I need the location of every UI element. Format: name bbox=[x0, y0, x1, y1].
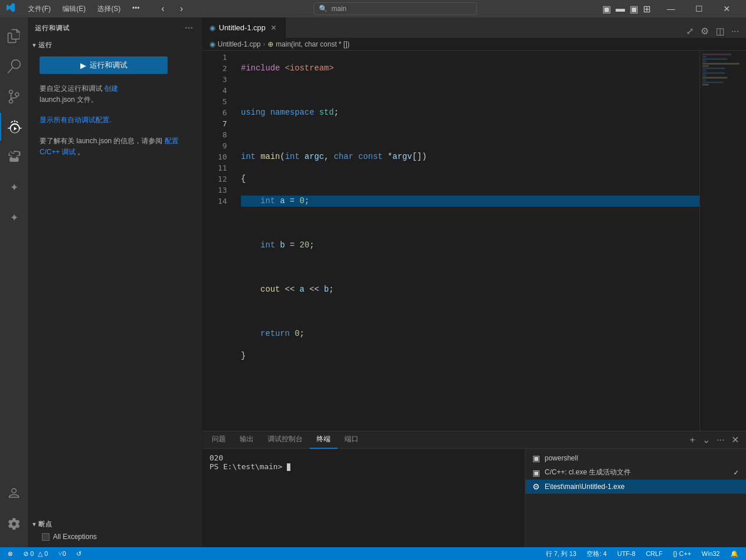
close-button[interactable]: ✕ bbox=[713, 0, 740, 17]
breakpoints-chevron: ▾ bbox=[33, 521, 36, 527]
panel-tabs: 问题 输出 调试控制台 终端 端口 + ⌄ ··· ✕ bbox=[203, 431, 746, 449]
panel-tab-ports[interactable]: 端口 bbox=[338, 431, 365, 449]
activity-run-debug[interactable] bbox=[0, 113, 28, 141]
split-editor-icon[interactable]: ⤢ bbox=[684, 24, 696, 38]
panel-more-button[interactable]: ··· bbox=[715, 434, 727, 446]
activity-copilot2[interactable]: ✦ bbox=[0, 204, 28, 232]
activity-bar-top: ✦ ✦ bbox=[0, 22, 28, 477]
status-language[interactable]: {} C++ bbox=[670, 547, 694, 560]
menu-file[interactable]: 文件(F) bbox=[23, 3, 55, 15]
new-terminal-button[interactable]: + bbox=[687, 434, 697, 446]
status-remote[interactable]: ⊗ bbox=[5, 547, 16, 560]
editor-settings-icon[interactable]: ⚙ bbox=[698, 24, 711, 38]
notification-icon: 🔔 bbox=[730, 550, 738, 558]
nav-buttons: ‹ › bbox=[156, 2, 189, 16]
menu-bar: 文件(F) 编辑(E) 选择(S) ••• bbox=[23, 3, 144, 15]
status-sync[interactable]: ↺ bbox=[73, 547, 84, 560]
run-section-label: 运行 bbox=[38, 41, 52, 49]
maximize-button[interactable]: ☐ bbox=[685, 0, 712, 17]
menu-edit[interactable]: 编辑(E) bbox=[58, 3, 90, 15]
activity-copilot[interactable]: ✦ bbox=[0, 173, 28, 201]
status-line-ending[interactable]: CRLF bbox=[643, 547, 666, 560]
line-numbers: 12345 678910 11121314 bbox=[203, 51, 232, 431]
show-auto-debug-link[interactable]: 显示所有自动调试配置. bbox=[40, 116, 111, 124]
sidebar-more-button[interactable]: ··· bbox=[183, 22, 195, 34]
menu-more[interactable]: ••• bbox=[127, 3, 144, 15]
activity-explorer[interactable] bbox=[0, 22, 28, 50]
terminal-session-check: ✓ bbox=[733, 469, 739, 477]
terminal-prompt-line: PS E:\test\main> bbox=[209, 462, 518, 471]
status-error-count: ⊘ 0 △ 0 bbox=[23, 550, 48, 558]
minimap bbox=[699, 51, 746, 431]
menu-select[interactable]: 选择(S) bbox=[93, 3, 125, 15]
sidebar-header-actions: ··· bbox=[183, 22, 195, 34]
breakpoints-section: ▾ 断点 All Exceptions bbox=[28, 518, 202, 547]
run-debug-button[interactable]: ▶ 运行和调试 bbox=[40, 56, 168, 74]
status-notifications[interactable]: 🔔 bbox=[727, 547, 741, 560]
breakpoint-checkbox[interactable] bbox=[42, 533, 49, 541]
search-box[interactable]: 🔍 main bbox=[314, 2, 477, 15]
terminal-sessions-panel: ▣ powershell ▣ C/C++: cl.exe 生成活动文件 ✓ ⚙ … bbox=[525, 449, 746, 547]
terminal-split-button[interactable]: ⌄ bbox=[700, 433, 712, 446]
terminal-session-icon-2: ▣ bbox=[532, 468, 540, 477]
layout-sidebar-icon[interactable]: ▣ bbox=[602, 3, 611, 15]
status-git[interactable]: ⑂ 0 bbox=[55, 547, 69, 560]
terminal-session-powershell[interactable]: ▣ powershell bbox=[525, 451, 746, 465]
status-spaces[interactable]: 空格: 4 bbox=[584, 547, 609, 560]
terminal-session-cl[interactable]: ▣ C/C++: cl.exe 生成活动文件 ✓ bbox=[525, 465, 746, 480]
forward-button[interactable]: › bbox=[175, 2, 189, 16]
activity-accounts[interactable] bbox=[0, 480, 28, 508]
editor-more-icon[interactable]: ··· bbox=[729, 25, 741, 38]
panel-tab-debug-console[interactable]: 调试控制台 bbox=[261, 431, 310, 449]
activity-extensions[interactable] bbox=[0, 143, 28, 171]
code-line-10 bbox=[241, 262, 699, 273]
status-platform[interactable]: Win32 bbox=[699, 547, 723, 560]
code-content[interactable]: #include <iostream> using namespace std;… bbox=[232, 51, 699, 431]
search-area: 🔍 main bbox=[196, 2, 595, 15]
tab-bar: ◉ Untitled-1.cpp × ⤢ ⚙ ◫ ··· bbox=[203, 17, 746, 38]
activity-search[interactable] bbox=[0, 52, 28, 80]
breakpoint-all-exceptions: All Exceptions bbox=[28, 531, 202, 543]
status-position[interactable]: 行 7, 列 13 bbox=[543, 547, 580, 560]
status-bar: ⊗ ⊘ 0 △ 0 ⑂ 0 ↺ 行 7, 列 13 空格: 4 UTF-8 bbox=[0, 547, 746, 560]
terminal-session-icon: ▣ bbox=[532, 453, 540, 463]
panel-close-button[interactable]: ✕ bbox=[729, 433, 741, 446]
layout-panel-icon[interactable]: ▬ bbox=[616, 3, 625, 14]
activity-source-control[interactable] bbox=[0, 83, 28, 111]
status-encoding[interactable]: UTF-8 bbox=[614, 547, 638, 560]
activity-settings[interactable] bbox=[0, 510, 28, 538]
git-count: 0 bbox=[62, 550, 66, 557]
code-editor[interactable]: 12345 678910 11121314 #include <iostream… bbox=[203, 51, 746, 431]
panel-tab-terminal[interactable]: 终端 bbox=[310, 431, 338, 449]
panel-tab-output[interactable]: 输出 bbox=[233, 431, 261, 449]
layout-grid-icon[interactable]: ⊞ bbox=[643, 3, 651, 15]
code-line-9: int b = 20; bbox=[241, 240, 699, 251]
breadcrumb: ◉ Untitled-1.cpp › ⊕ main(int, char cons… bbox=[203, 38, 746, 51]
run-play-icon: ▶ bbox=[80, 61, 86, 70]
layout-panel2-icon[interactable]: ▣ bbox=[630, 3, 638, 15]
code-line-3: using namespace std; bbox=[241, 107, 699, 118]
minimize-button[interactable]: — bbox=[658, 0, 684, 17]
panel-tab-problems[interactable]: 问题 bbox=[205, 431, 233, 449]
breakpoints-header[interactable]: ▾ 断点 bbox=[28, 518, 202, 531]
panel-tab-actions: + ⌄ ··· ✕ bbox=[687, 433, 746, 446]
back-button[interactable]: ‹ bbox=[156, 2, 170, 16]
sync-icon: ↺ bbox=[76, 550, 81, 558]
breadcrumb-file[interactable]: Untitled-1.cpp bbox=[218, 40, 261, 48]
editor-tab-untitled[interactable]: ◉ Untitled-1.cpp × bbox=[203, 17, 286, 38]
panel-content: 020 PS E:\test\main> ▣ powershell bbox=[203, 449, 746, 547]
tab-filename: Untitled-1.cpp bbox=[219, 23, 265, 32]
breadcrumb-function[interactable]: main(int, char const * []) bbox=[276, 40, 350, 48]
run-section-header[interactable]: ▾ 运行 bbox=[28, 38, 202, 52]
editor-layout-icon[interactable]: ◫ bbox=[713, 24, 727, 38]
activity-bar: ✦ ✦ bbox=[0, 17, 28, 547]
terminal-output[interactable]: 020 PS E:\test\main> bbox=[203, 449, 525, 547]
tab-file-icon: ◉ bbox=[209, 24, 215, 32]
terminal-session-exe[interactable]: ⚙ E\test\main\Untitled-1.exe bbox=[525, 480, 746, 494]
code-line-7: int a = 0; bbox=[241, 196, 699, 207]
search-icon: 🔍 bbox=[319, 5, 328, 13]
status-errors[interactable]: ⊘ 0 △ 0 bbox=[20, 547, 51, 560]
create-launch-link[interactable]: 创建 bbox=[104, 84, 118, 93]
code-line-13: return 0; bbox=[241, 328, 699, 339]
tab-close-button[interactable]: × bbox=[269, 23, 278, 33]
